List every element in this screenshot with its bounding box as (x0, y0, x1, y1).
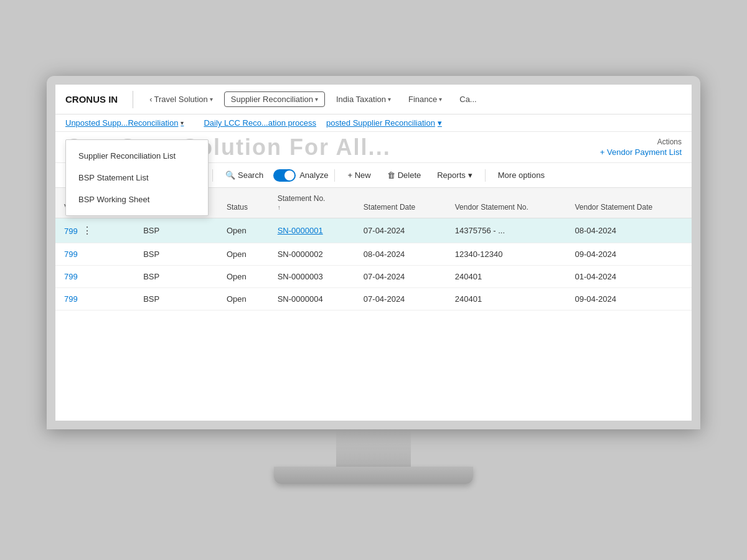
col-vendor-statement-date[interactable]: Vendor Statement Date (566, 188, 692, 218)
nav-ca[interactable]: Ca... (453, 92, 482, 106)
dropdown-item-bsp-statement-list[interactable]: BSP Statement List (66, 167, 208, 189)
vendor-no-cell[interactable]: 799 (55, 243, 134, 266)
monitor-stand-base (274, 467, 473, 484)
toggle-dot (284, 170, 294, 180)
reports-button[interactable]: Reports ▾ (431, 168, 479, 182)
col-vendor-statement-no-label: Vendor Statement No. (455, 203, 529, 212)
vendor-statement-date-cell: 01-04-2024 (566, 266, 692, 288)
vendor-payment-list-link[interactable]: + Vendor Payment List (600, 147, 682, 157)
top-nav: CRONUS IN ‹ Travel Solution ▾ Supplier R… (55, 85, 692, 114)
table-row[interactable]: 799BSPOpenSN-000000208-04-202412340-1234… (55, 243, 692, 266)
vendor-no-cell[interactable]: 799 ⋮ (55, 218, 134, 243)
dropdown-item-bsp-working-sheet[interactable]: BSP Working Sheet (66, 189, 208, 210)
status-cell: Open (218, 243, 269, 266)
chevron-down-icon: ▾ (439, 96, 442, 103)
sub-nav-label: Daily LCC Reco...ation process (204, 118, 316, 128)
col-statement-no-label: Statement No. (278, 194, 326, 203)
table-row[interactable]: 799 ⋮BSPOpenSN-000000107-04-202414375756… (55, 218, 692, 243)
statement-date-cell: 07-04-2024 (355, 288, 446, 310)
col-statement-no[interactable]: Statement No. ↑ (269, 188, 355, 218)
table-row[interactable]: 799BSPOpenSN-000000407-04-202424040109-0… (55, 288, 692, 310)
status-cell: Open (218, 288, 269, 310)
search-button[interactable]: 🔍 Search (219, 168, 270, 182)
sub-nav-daily-lcc[interactable]: Daily LCC Reco...ation process (204, 118, 316, 128)
sub-nav-unposted[interactable]: Unposted Supp...Reconciliation ▾ (65, 118, 184, 128)
vendor-statement-date-cell: 09-04-2024 (566, 288, 692, 310)
table-body: 799 ⋮BSPOpenSN-000000107-04-202414375756… (55, 218, 692, 310)
toolbar-separator (212, 169, 213, 182)
delete-label: Delete (398, 170, 421, 180)
dropdown-menu: Supplier Reconciliation List BSP Stateme… (65, 139, 209, 216)
chevron-down-icon: ▾ (210, 96, 213, 103)
vendor-name-cell: BSP (134, 218, 218, 243)
analyze-label: Analyze (299, 170, 328, 180)
row-context-menu-icon[interactable]: ⋮ (80, 225, 95, 236)
sub-nav: Unposted Supp...Reconciliation ▾ Daily L… (55, 114, 692, 132)
analyze-toggle[interactable] (273, 169, 296, 182)
toolbar-separator-3 (485, 169, 486, 182)
chevron-down-icon: ▾ (468, 170, 472, 180)
vendor-no-value: 799 (64, 226, 78, 236)
nav-item-label: Supplier Reconciliation (231, 95, 313, 104)
nav-divider (133, 91, 133, 108)
monitor-screen: CRONUS IN ‹ Travel Solution ▾ Supplier R… (47, 76, 700, 429)
col-vendor-statement-no[interactable]: Vendor Statement No. (446, 188, 566, 218)
vendor-name-cell: BSP (134, 266, 218, 288)
statement-no-cell: SN-0000004 (269, 288, 355, 310)
vendor-statement-no-cell: 240401 (446, 288, 566, 310)
more-options-button[interactable]: More options (492, 168, 551, 182)
sort-icon-2: ↑ (278, 204, 281, 211)
statement-no-cell[interactable]: SN-0000001 (269, 218, 355, 243)
sub-nav-label: posted Supplier Reconciliation (326, 118, 435, 128)
statement-date-cell: 07-04-2024 (355, 218, 446, 243)
monitor-stand-neck (336, 429, 411, 467)
status-cell: Open (218, 218, 269, 243)
nav-travel-solution[interactable]: ‹ Travel Solution ▾ (143, 92, 219, 106)
app-container: CRONUS IN ‹ Travel Solution ▾ Supplier R… (55, 85, 692, 421)
delete-button[interactable]: 🗑 Delete (381, 168, 428, 182)
search-icon: 🔍 (225, 170, 235, 180)
nav-india-taxation[interactable]: India Taxation ▾ (330, 92, 397, 106)
vendor-statement-no-cell: 14375756 - ... (446, 218, 566, 243)
vendor-name-cell: BSP (134, 243, 218, 266)
col-status[interactable]: Status (218, 188, 269, 218)
chevron-down-icon: ▾ (181, 119, 184, 126)
actions-label: Actions (657, 138, 682, 146)
statement-date-cell: 07-04-2024 (355, 266, 446, 288)
col-statement-date[interactable]: Statement Date (355, 188, 446, 218)
new-button[interactable]: + New (341, 168, 377, 182)
statement-no-cell: SN-0000002 (269, 243, 355, 266)
nav-item-label: Travel Solution (154, 95, 208, 104)
vendor-no-cell[interactable]: 799 (55, 288, 134, 310)
sub-nav-label: Unposted Supp...Reconciliation (65, 118, 178, 128)
vendor-name-cell: BSP (134, 288, 218, 310)
sub-nav-posted[interactable]: posted Supplier Reconciliation ▾ (326, 118, 442, 128)
table-row[interactable]: 799BSPOpenSN-000000307-04-202424040101-0… (55, 266, 692, 288)
monitor-wrapper: CRONUS IN ‹ Travel Solution ▾ Supplier R… (31, 76, 716, 484)
back-chevron-icon: ‹ (149, 95, 152, 104)
trash-icon: 🗑 (387, 170, 395, 180)
more-options-label: More options (498, 170, 545, 180)
chevron-down-icon: ▾ (388, 96, 391, 103)
brand-name: CRONUS IN (65, 94, 118, 105)
nav-finance[interactable]: Finance ▾ (402, 92, 448, 106)
nav-item-label: Finance (408, 95, 437, 104)
vendor-statement-date-cell: 09-04-2024 (566, 243, 692, 266)
nav-supplier-reconciliation[interactable]: Supplier Reconciliation ▾ (224, 91, 325, 107)
vendor-statement-no-cell: 12340-12340 (446, 243, 566, 266)
vendor-no-cell[interactable]: 799 (55, 266, 134, 288)
analyze-toggle-wrap: Analyze (273, 169, 328, 182)
col-status-label: Status (227, 203, 248, 212)
chevron-down-icon: ▾ (315, 96, 318, 103)
vendor-statement-no-cell: 240401 (446, 266, 566, 288)
vendor-statement-date-cell: 08-04-2024 (566, 218, 692, 243)
toolbar-separator-2 (334, 169, 335, 182)
nav-item-label: India Taxation (336, 95, 386, 104)
reports-label: Reports (437, 170, 466, 180)
new-label: + New (347, 170, 370, 180)
col-vendor-statement-date-label: Vendor Statement Date (575, 203, 652, 212)
search-label: Search (238, 170, 263, 180)
col-statement-date-label: Statement Date (364, 203, 415, 212)
dropdown-item-supplier-reconciliation-list[interactable]: Supplier Reconciliation List (66, 145, 208, 167)
statement-no-cell: SN-0000003 (269, 266, 355, 288)
